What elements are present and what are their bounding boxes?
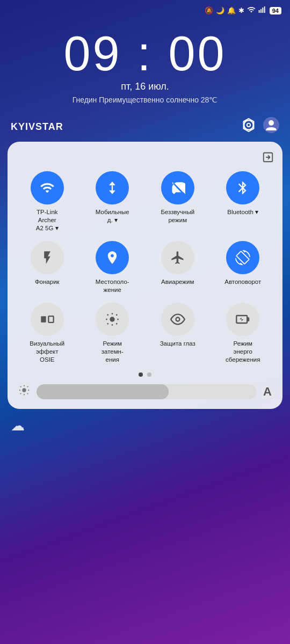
dim-button[interactable] — [96, 303, 129, 336]
status-icons: 🔕 🌙 🔔 ✱ 94 — [205, 5, 281, 16]
silent-button[interactable] — [161, 171, 194, 204]
cloud-icon: ☁ — [11, 418, 25, 434]
signal-status-icon — [258, 5, 267, 16]
toggle-grid-row2: Фонарик Местополо-жение Авиарежим — [16, 241, 274, 294]
batterysave-label: Режим энергосбережения — [223, 340, 262, 364]
silent-status-icon: 🔕 — [205, 6, 213, 14]
toggle-airplane[interactable]: Авиарежим — [147, 241, 209, 294]
dot-1 — [139, 372, 143, 377]
svg-rect-1 — [260, 9, 262, 13]
dot-2 — [147, 372, 151, 377]
svg-point-14 — [110, 317, 115, 321]
pagination — [16, 372, 274, 377]
svg-point-5 — [244, 120, 253, 129]
quick-settings-panel: TP-Link ArcherA2 5G ▾ Мобильные д. ▾ — [8, 142, 282, 409]
svg-point-8 — [269, 120, 274, 126]
svg-rect-12 — [41, 316, 46, 323]
silent-label: Беззвучныйрежим — [161, 208, 194, 224]
svg-rect-2 — [262, 8, 263, 13]
battery-status: 94 — [270, 7, 281, 14]
toggle-grid-row3: Визуальныйэффект OSIE Режим затемн-ения … — [16, 303, 274, 364]
bluetooth-label: Bluetooth ▾ — [227, 208, 258, 216]
data-label: Мобильные д. ▾ — [93, 208, 132, 224]
toggle-flashlight[interactable]: Фонарик — [16, 241, 78, 294]
toggle-grid-row1: TP-Link ArcherA2 5G ▾ Мобильные д. ▾ — [16, 171, 274, 232]
svg-point-6 — [247, 123, 251, 127]
flashlight-label: Фонарик — [35, 278, 60, 286]
weather-text: Гнедин Преимущественно солнечно 28℃ — [0, 96, 290, 104]
osie-label: Визуальныйэффект OSIE — [28, 340, 67, 364]
bluetooth-status-icon: ✱ — [238, 6, 244, 14]
osie-button[interactable] — [31, 303, 64, 336]
brightness-row: A — [16, 384, 274, 399]
svg-rect-0 — [258, 10, 259, 13]
bottom-area: ☁ — [0, 409, 290, 443]
location-label: Местополо-жение — [96, 278, 129, 294]
toggle-wifi[interactable]: TP-Link ArcherA2 5G ▾ — [16, 171, 78, 232]
flashlight-button[interactable] — [31, 241, 64, 274]
dim-label: Режим затемн-ения — [93, 340, 132, 364]
data-button[interactable] — [96, 171, 129, 204]
wifi-label: TP-Link ArcherA2 5G ▾ — [28, 208, 67, 232]
brightness-slider[interactable] — [37, 384, 257, 399]
location-button[interactable] — [96, 241, 129, 274]
eyeprotect-label: Защита глаз — [160, 340, 195, 348]
toggle-silent[interactable]: Беззвучныйрежим — [147, 171, 209, 232]
airplane-label: Авиарежим — [161, 278, 194, 286]
brightness-max-icon: A — [263, 385, 272, 399]
notif-header: KYIVSTAR — [0, 109, 290, 142]
toggle-dim[interactable]: Режим затемн-ения — [82, 303, 144, 364]
edit-row — [16, 151, 274, 166]
edit-icon[interactable] — [262, 151, 274, 166]
user-icon[interactable] — [263, 117, 279, 136]
svg-rect-10 — [112, 185, 113, 190]
brightness-fill — [37, 384, 169, 399]
svg-rect-3 — [264, 6, 265, 13]
settings-icon[interactable] — [242, 118, 256, 135]
toggle-autorotate[interactable]: Автоповорот — [212, 241, 274, 294]
toggle-bluetooth[interactable]: Bluetooth ▾ — [212, 171, 274, 232]
clock-area: 09 : 00 пт, 16 июл. Гнедин Преимуществен… — [0, 19, 290, 109]
toggle-batterysave[interactable]: Режим энергосбережения — [212, 303, 274, 364]
clock-date: пт, 16 июл. — [0, 81, 290, 92]
status-bar: 🔕 🌙 🔔 ✱ 94 — [0, 0, 290, 19]
svg-rect-13 — [48, 316, 53, 323]
wifi-status-icon — [247, 5, 256, 16]
carrier-name: KYIVSTAR — [11, 121, 63, 133]
toggle-eyeprotect[interactable]: Защита глаз — [147, 303, 209, 364]
bluetooth-button[interactable] — [226, 171, 259, 204]
autorotate-label: Автоповорот — [224, 278, 261, 286]
toggle-location[interactable]: Местополо-жение — [82, 241, 144, 294]
moon-status-icon: 🌙 — [216, 6, 224, 14]
toggle-osie[interactable]: Визуальныйэффект OSIE — [16, 303, 78, 364]
clock-time: 09 : 00 — [0, 30, 290, 78]
svg-point-18 — [22, 388, 26, 392]
toggle-data[interactable]: Мобильные д. ▾ — [82, 171, 144, 232]
autorotate-button[interactable] — [226, 241, 259, 274]
svg-point-15 — [176, 317, 179, 321]
batterysave-button[interactable] — [226, 303, 259, 336]
eyeprotect-button[interactable] — [161, 303, 194, 336]
airplane-button[interactable] — [161, 241, 194, 274]
header-icons[interactable] — [242, 117, 279, 136]
wifi-button[interactable] — [31, 171, 64, 204]
alarm-status-icon: 🔔 — [227, 6, 236, 14]
brightness-min-icon — [18, 384, 30, 399]
